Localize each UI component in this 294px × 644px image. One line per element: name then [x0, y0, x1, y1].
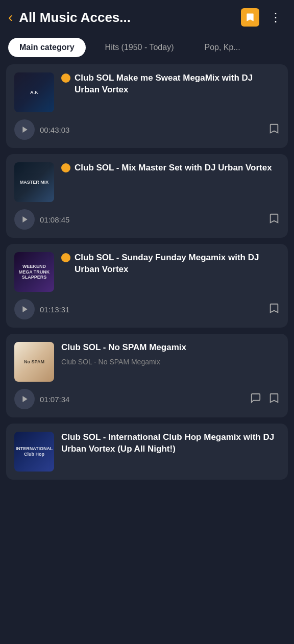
save-button-1[interactable] [268, 123, 280, 136]
play-button-1[interactable] [14, 119, 35, 140]
play-row-3: 01:13:31 [14, 299, 69, 319]
page-title: All Music Acces... [19, 10, 235, 26]
title-row-1: Club SOL Make me Sweat MegaMix with DJ U… [61, 72, 280, 96]
card-actions-2 [268, 213, 280, 226]
tab-hits[interactable]: Hits (1950 - Today) [94, 38, 185, 57]
episode-card-2: MASTER MIX Club SOL - Mix Master Set wit… [6, 154, 288, 238]
card-actions-3 [268, 303, 280, 316]
card-info-5: Club SOL - International Club Hop Megami… [61, 432, 280, 455]
card-info-2: Club SOL - Mix Master Set with DJ Urban … [61, 162, 280, 174]
card-top-4: No SPAM Club SOL - No SPAM Megamix Club … [14, 342, 280, 382]
tab-pop[interactable]: Pop, Kp... [193, 38, 251, 57]
live-dot-2 [61, 163, 70, 172]
svg-marker-0 [22, 127, 27, 133]
comment-icon-4 [250, 392, 261, 404]
episode-title-5: Club SOL - International Club Hop Megami… [61, 432, 280, 455]
save-button-2[interactable] [268, 213, 280, 226]
play-button-2[interactable] [14, 209, 35, 230]
card-top-2: MASTER MIX Club SOL - Mix Master Set wit… [14, 162, 280, 202]
play-button-3[interactable] [14, 299, 35, 319]
bookmark-outline-icon-1 [268, 123, 280, 134]
episode-title-2: Club SOL - Mix Master Set with DJ Urban … [75, 162, 272, 174]
duration-2: 01:08:45 [40, 215, 69, 224]
thumbnail-1: A.F. [14, 72, 54, 112]
card-info-4: Club SOL - No SPAM Megamix Club SOL - No… [61, 342, 280, 366]
episode-title-1: Club SOL Make me Sweat MegaMix with DJ U… [75, 72, 280, 96]
thumbnail-text-3: WEEKEND MEGA TRUNK SLAPPERS [14, 262, 54, 282]
card-bottom-3: 01:13:31 [14, 299, 280, 319]
card-actions-1 [268, 123, 280, 136]
card-top: A.F. Club SOL Make me Sweat MegaMix with… [14, 72, 280, 112]
play-icon-4 [21, 395, 29, 403]
play-icon-2 [21, 215, 29, 224]
duration-3: 01:13:31 [40, 305, 69, 314]
bookmark-outline-icon-2 [268, 213, 280, 224]
card-actions-4 [250, 392, 280, 406]
thumbnail-text-5: INTERNATIONAL Club Hop [14, 444, 54, 459]
episode-card-4: No SPAM Club SOL - No SPAM Megamix Club … [6, 334, 288, 417]
bookmark-button[interactable] [241, 8, 259, 27]
play-row-2: 01:08:45 [14, 209, 69, 230]
card-info-3: Club SOL - Sunday Funday Megamix with DJ… [61, 252, 280, 276]
card-bottom-4: 01:07:34 [14, 389, 280, 409]
save-button-4[interactable] [268, 392, 280, 406]
bookmark-outline-icon-4 [268, 392, 280, 404]
card-top-5: INTERNATIONAL Club Hop Club SOL - Intern… [14, 432, 280, 472]
episode-subtitle-4: Club SOL - No SPAM Megamix [61, 358, 280, 366]
thumbnail-text-1: A.F. [28, 88, 40, 97]
thumbnail-text-2: MASTER MIX [18, 178, 51, 187]
tab-main-category[interactable]: Main category [8, 38, 86, 57]
svg-marker-2 [22, 306, 27, 312]
play-icon-3 [21, 305, 29, 313]
more-options-button[interactable]: ⋮ [265, 8, 286, 27]
episode-card-3: WEEKEND MEGA TRUNK SLAPPERS Club SOL - S… [6, 244, 288, 328]
episodes-list: A.F. Club SOL Make me Sweat MegaMix with… [0, 64, 294, 417]
duration-4: 01:07:34 [40, 395, 69, 404]
play-row-4: 01:07:34 [14, 389, 69, 409]
episode-card-5: INTERNATIONAL Club Hop Club SOL - Intern… [6, 424, 288, 480]
live-dot-3 [61, 253, 70, 262]
episode-title-3: Club SOL - Sunday Funday Megamix with DJ… [75, 252, 280, 276]
card-top-3: WEEKEND MEGA TRUNK SLAPPERS Club SOL - S… [14, 252, 280, 292]
episode-card-1: A.F. Club SOL Make me Sweat MegaMix with… [6, 64, 288, 148]
back-button[interactable]: ‹ [8, 9, 13, 26]
card-bottom-2: 01:08:45 [14, 209, 280, 230]
svg-marker-1 [22, 216, 27, 222]
thumbnail-2: MASTER MIX [14, 162, 54, 202]
title-row-2: Club SOL - Mix Master Set with DJ Urban … [61, 162, 280, 174]
thumbnail-text-4: No SPAM [22, 357, 46, 367]
play-row-1: 00:43:03 [14, 119, 69, 140]
header: ‹ All Music Acces... ⋮ [0, 0, 294, 33]
title-row-5: Club SOL - International Club Hop Megami… [61, 432, 280, 455]
title-row-3: Club SOL - Sunday Funday Megamix with DJ… [61, 252, 280, 276]
play-button-4[interactable] [14, 389, 35, 409]
play-icon-1 [21, 126, 29, 134]
thumbnail-3: WEEKEND MEGA TRUNK SLAPPERS [14, 252, 54, 292]
title-row-4: Club SOL - No SPAM Megamix [61, 342, 280, 354]
card-info-1: Club SOL Make me Sweat MegaMix with DJ U… [61, 72, 280, 96]
bookmark-icon [245, 12, 255, 22]
svg-marker-3 [22, 396, 27, 402]
thumbnail-4: No SPAM [14, 342, 54, 382]
card-bottom-1: 00:43:03 [14, 119, 280, 140]
thumbnail-5: INTERNATIONAL Club Hop [14, 432, 54, 472]
bookmark-outline-icon-3 [268, 303, 280, 314]
episode-title-4: Club SOL - No SPAM Megamix [61, 342, 186, 354]
category-tabs: Main category Hits (1950 - Today) Pop, K… [0, 33, 294, 64]
live-dot-1 [61, 73, 70, 83]
duration-1: 00:43:03 [40, 126, 69, 134]
save-button-3[interactable] [268, 303, 280, 316]
comment-button-4[interactable] [250, 392, 261, 406]
